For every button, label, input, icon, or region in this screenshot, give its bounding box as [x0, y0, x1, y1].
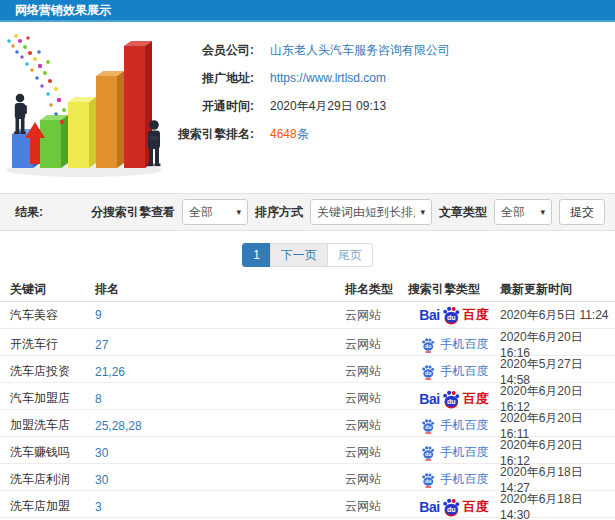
rank-type-cell: 云网站: [345, 363, 408, 380]
baidu-pc-logo: Bai du 百度: [419, 389, 488, 409]
rank-cell[interactable]: 21,26: [95, 365, 345, 379]
rank-cell[interactable]: 8: [95, 392, 345, 406]
rank-count-number: 4648: [270, 127, 297, 141]
table-row: 开洗车行 27 云网站 du 手机百度 2020年6月20日 16:16: [0, 329, 615, 356]
baidu-paw-icon: du: [441, 389, 461, 409]
bar-orange: [96, 71, 124, 168]
rank-type-cell: 云网站: [345, 498, 408, 515]
engine-cell: Bai du 百度: [408, 389, 500, 409]
rank-count-label: 搜索引擎排名:: [168, 126, 254, 143]
chevron-down-icon: ▾: [540, 207, 545, 217]
baidu-mobile-paw-icon: du: [420, 364, 436, 380]
table-header-row: 关键词 排名 排名类型 搜索引擎类型 最新更新时间: [0, 277, 615, 302]
baidu-paw-icon: du: [441, 497, 461, 517]
baidu-mobile-paw-icon: du: [420, 445, 436, 461]
info-row-url: 推广地址: https://www.lrtlsd.com: [168, 64, 450, 92]
rank-type-cell: 云网站: [345, 471, 408, 488]
baidu-logo-cn-text: 百度: [463, 498, 489, 516]
pagination: 1 下一页 尾页: [0, 243, 615, 267]
updated-cell: 2020年6月18日 14:30: [500, 491, 615, 520]
keyword-cell: 洗车店利润: [10, 471, 95, 488]
businessman-figure-left: [14, 94, 27, 134]
article-type-label: 文章类型: [439, 204, 487, 221]
baidu-mobile-label: 手机百度: [441, 471, 489, 488]
keyword-cell: 汽车加盟店: [10, 390, 95, 407]
filter-bar: 结果: 分搜索引擎查看 全部 ▾ 排序方式 关键词由短到长排序 ▾ 文章类型 全…: [0, 193, 615, 231]
baidu-paw-icon: du: [441, 305, 461, 325]
table-row: 汽车加盟店 8 云网站 Bai du 百度 2020年6月20日 16:12: [0, 383, 615, 410]
filter-controls: 分搜索引擎查看 全部 ▾ 排序方式 关键词由短到长排序 ▾ 文章类型 全部 ▾ …: [91, 199, 605, 225]
keyword-cell: 加盟洗车店: [10, 417, 95, 434]
chevron-down-icon: ▾: [236, 207, 241, 217]
table-row: 洗车店投资 21,26 云网站 du 手机百度 2020年5月27日 14:58: [0, 356, 615, 383]
company-link[interactable]: 山东老人头汽车服务咨询有限公司: [270, 42, 450, 59]
engine-select[interactable]: 全部 ▾: [182, 199, 248, 225]
page-title: 网络营销效果展示: [15, 2, 111, 19]
profile-section: 会员公司: 山东老人头汽车服务咨询有限公司 推广地址: https://www.…: [0, 22, 615, 193]
svg-text:du: du: [425, 424, 431, 430]
rank-count-value: 4648条: [270, 126, 309, 143]
sort-select[interactable]: 关键词由短到长排序 ▾: [310, 199, 432, 225]
article-type-select-value: 全部: [501, 204, 535, 221]
bar-chart-illustration: [0, 22, 168, 182]
company-label: 会员公司:: [168, 42, 254, 59]
baidu-logo-text: Bai: [419, 499, 439, 515]
col-header-rank-type: 排名类型: [345, 281, 408, 298]
baidu-mobile-label: 手机百度: [441, 444, 489, 461]
col-header-updated: 最新更新时间: [500, 281, 615, 298]
table-body: 汽车美容 9 云网站 Bai du 百度 2020年6月5日 11:24 开洗车…: [0, 302, 615, 518]
last-page-button[interactable]: 尾页: [327, 243, 373, 267]
table-row: 洗车店加盟 3 云网站 Bai du 百度 2020年6月18日 14:30: [0, 491, 615, 518]
member-info: 会员公司: 山东老人头汽车服务咨询有限公司 推广地址: https://www.…: [168, 22, 450, 193]
rank-type-cell: 云网站: [345, 390, 408, 407]
next-page-button[interactable]: 下一页: [270, 243, 328, 267]
rank-type-cell: 云网站: [345, 336, 408, 353]
rank-cell[interactable]: 25,28,28: [95, 419, 345, 433]
bar-red: [124, 41, 152, 168]
table-row: 加盟洗车店 25,28,28 云网站 du 手机百度 2020年6月20日 16…: [0, 410, 615, 437]
baidu-logo-text: Bai: [419, 307, 439, 323]
promo-url-link[interactable]: https://www.lrtlsd.com: [270, 71, 386, 85]
baidu-mobile-logo: du 手机百度: [420, 363, 489, 380]
engine-cell: Bai du 百度: [408, 497, 500, 517]
page-1-button[interactable]: 1: [242, 243, 271, 267]
baidu-mobile-paw-icon: du: [420, 472, 436, 488]
title-bar: 网络营销效果展示: [0, 0, 615, 22]
svg-text:du: du: [447, 505, 456, 513]
chevron-down-icon: ▾: [420, 207, 425, 217]
engine-cell: Bai du 百度: [408, 305, 500, 325]
baidu-logo-cn-text: 百度: [463, 306, 489, 324]
svg-text:du: du: [447, 397, 456, 405]
baidu-mobile-logo: du 手机百度: [420, 471, 489, 488]
rank-type-cell: 云网站: [345, 444, 408, 461]
engine-cell: du 手机百度: [408, 336, 500, 353]
baidu-mobile-label: 手机百度: [441, 336, 489, 353]
bar-yellow: [68, 97, 96, 168]
rank-cell[interactable]: 30: [95, 473, 345, 487]
svg-text:du: du: [425, 370, 431, 376]
table-row: 汽车美容 9 云网站 Bai du 百度 2020年6月5日 11:24: [0, 302, 615, 329]
rank-type-cell: 云网站: [345, 417, 408, 434]
keyword-cell: 洗车赚钱吗: [10, 444, 95, 461]
promo-url-label: 推广地址:: [168, 70, 254, 87]
table-row: 洗车赚钱吗 30 云网站 du 手机百度 2020年6月20日 16:12: [0, 437, 615, 464]
engine-cell: du 手机百度: [408, 444, 500, 461]
engine-cell: du 手机百度: [408, 363, 500, 380]
submit-button[interactable]: 提交: [559, 199, 605, 225]
sort-filter-label: 排序方式: [255, 204, 303, 221]
open-time-label: 开通时间:: [168, 98, 254, 115]
engine-cell: du 手机百度: [408, 417, 500, 434]
svg-text:du: du: [425, 343, 431, 349]
rank-cell[interactable]: 30: [95, 446, 345, 460]
info-row-open-time: 开通时间: 2020年4月29日 09:13: [168, 92, 450, 120]
article-type-select[interactable]: 全部 ▾: [494, 199, 552, 225]
table-row: 洗车店利润 30 云网站 du 手机百度 2020年6月18日 14:27: [0, 464, 615, 491]
baidu-mobile-logo: du 手机百度: [420, 444, 489, 461]
baidu-mobile-logo: du 手机百度: [420, 336, 489, 353]
col-header-keyword: 关键词: [10, 281, 95, 298]
rank-cell[interactable]: 3: [95, 500, 345, 514]
rank-cell[interactable]: 27: [95, 338, 345, 352]
keyword-cell: 洗车店加盟: [10, 498, 95, 515]
engine-select-value: 全部: [189, 204, 231, 221]
rank-cell[interactable]: 9: [95, 308, 345, 322]
